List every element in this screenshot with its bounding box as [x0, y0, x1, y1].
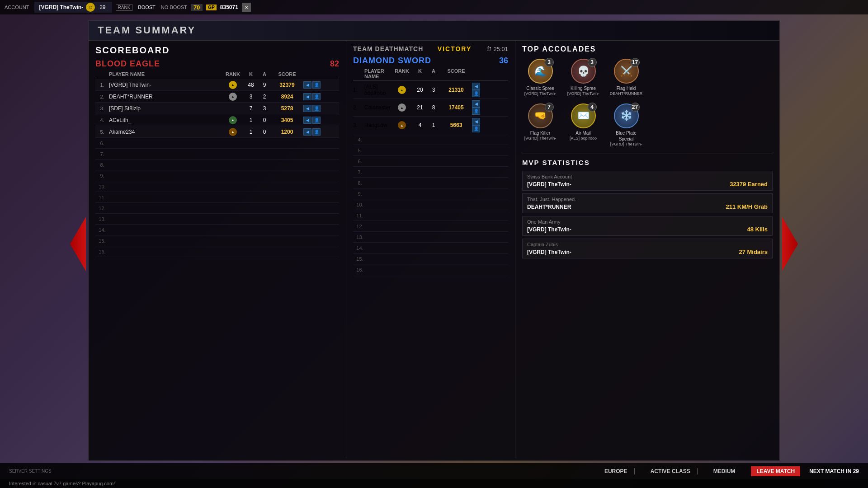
medal-icon: 🌊: [534, 66, 547, 77]
empty-row-number: 16.: [353, 267, 367, 272]
accolade-item: ✉️ 4 Air Mail [ALS] oopIrooo: [565, 103, 601, 147]
accolade-player: DEAHT*RUNNER: [610, 91, 643, 97]
table-row: 2. Colobaster ▲ 21 8 17405 ◀ 👤: [353, 99, 508, 117]
mvp-player-name: DEAHT*RUNNER: [527, 204, 571, 210]
diamond-sword-name: DIAMOND SWORD: [353, 56, 431, 66]
add-friend-button[interactable]: 👤: [312, 128, 321, 136]
col-num-mid: [353, 68, 364, 79]
player-rank-cell: ▲: [222, 128, 244, 136]
empty-row: 13.: [353, 232, 508, 243]
mute-button[interactable]: ◀: [472, 83, 480, 90]
accolades-row-1: 🌊 3 Classic Spree [VGRD] TheTwin- 💀 3 Ki…: [522, 59, 773, 97]
mute-button[interactable]: ◀: [303, 93, 311, 100]
blood-eagle-name: BLOOD EAGLE: [95, 59, 160, 69]
add-friend-button[interactable]: 👤: [312, 117, 321, 124]
kills-cell: 1: [244, 117, 258, 123]
empty-row-number: 6.: [353, 159, 367, 164]
mvp-stat-name: That. Just. Happened.: [527, 197, 768, 202]
empty-row-number: 10.: [353, 202, 367, 207]
col-score: SCORE: [271, 71, 303, 77]
gp-label: GP: [206, 5, 216, 10]
accolade-name: Blue Plate Special: [608, 130, 644, 142]
active-class-label: ACTIVE CLASS: [644, 468, 698, 474]
region-label: EUROPE: [598, 468, 635, 474]
medal-icon: 💀: [577, 66, 590, 77]
empty-row: 14.: [353, 243, 508, 253]
rank-number: 29: [99, 4, 105, 10]
rank-label: RANK: [116, 4, 133, 11]
leave-match-button[interactable]: LEAVE MATCH: [751, 466, 800, 476]
empty-row: 8.: [353, 178, 508, 188]
score-cell: 5278: [271, 105, 303, 112]
empty-row-number: 6.: [95, 141, 109, 146]
col-rank-mid: RANK: [391, 68, 413, 79]
exit-button[interactable]: ✕: [242, 3, 251, 12]
medal-count: 27: [631, 103, 640, 112]
add-friend-button[interactable]: 👤: [312, 81, 321, 89]
empty-row-number: 12.: [353, 224, 367, 229]
accolade-medal: 🌊 3: [528, 59, 553, 84]
match-type: TEAM DEATHMATCH: [353, 45, 423, 52]
medal-count: 3: [588, 58, 597, 67]
player-name: [VGRD] TheTwin-: [39, 4, 83, 10]
next-match-label: NEXT MATCH IN 29: [809, 468, 859, 474]
kills-cell: 3: [244, 94, 258, 100]
mute-button[interactable]: ◀: [303, 117, 311, 124]
assists-cell: 8: [427, 104, 440, 111]
mvp-player-line: [VGRD] TheTwin- 27 Midairs: [527, 249, 768, 255]
mute-button[interactable]: ◀: [472, 118, 480, 125]
add-friend-button[interactable]: 👤: [472, 90, 480, 97]
boost-label: BOOST: [138, 5, 156, 10]
player-name-cell: DEAHT*RUNNER: [109, 94, 222, 100]
rank-badge: ▲: [229, 116, 237, 124]
rank-badge: ▲: [398, 121, 406, 129]
mute-button[interactable]: ◀: [472, 100, 480, 108]
accolade-medal: ❄️ 27: [614, 103, 639, 128]
empty-row: 11.: [353, 210, 508, 221]
table-row: 3. HangLow ▲ 4 1 5663 ◀ 👤: [353, 117, 508, 134]
mvp-player-line: [VGRD] TheTwin- 48 Kills: [527, 226, 768, 233]
accolade-item: 🤜 7 Flag Killer [VGRD] TheTwin-: [522, 103, 558, 147]
rank-badge: ▲: [398, 103, 406, 112]
accolade-medal: 🤜 7: [528, 103, 553, 128]
diamond-sword-section: TEAM DEATHMATCH VICTORY ⏱ 25:01 DIAMOND …: [346, 41, 515, 458]
accolade-item: 🌊 3 Classic Spree [VGRD] TheTwin-: [522, 59, 558, 97]
add-friend-button[interactable]: 👤: [472, 108, 480, 115]
mvp-player-line: DEAHT*RUNNER 211 KM/H Grab: [527, 203, 768, 210]
add-friend-button[interactable]: 👤: [472, 125, 480, 132]
mvp-player-name: [VGRD] TheTwin-: [527, 226, 571, 233]
mute-button[interactable]: ◀: [303, 105, 311, 112]
accolade-name: Flag Held: [617, 85, 636, 91]
accolade-medal: 💀 3: [571, 59, 596, 84]
player-name-cell: HangLow: [364, 122, 391, 128]
server-settings-label: SERVER SETTINGS: [9, 469, 52, 474]
empty-row: 9.: [95, 170, 339, 181]
medal-icon: 🤜: [534, 110, 547, 122]
rank-icon: ⬡: [86, 3, 95, 12]
empty-row: 13.: [95, 214, 339, 225]
kills-cell: 4: [413, 122, 427, 128]
add-friend-button[interactable]: 👤: [312, 105, 321, 112]
empty-row: 16.: [353, 264, 508, 275]
mute-button[interactable]: ◀: [303, 128, 311, 136]
row-number: 1.: [353, 87, 364, 93]
empty-row-number: 16.: [95, 249, 109, 254]
col-a-mid: A: [427, 68, 440, 79]
assists-cell: 3: [258, 105, 271, 112]
medal-icon: ❄️: [620, 110, 632, 122]
mute-button[interactable]: ◀: [303, 81, 311, 89]
mvp-stat-name: Captain Zubis: [527, 242, 768, 247]
medal-icon: ✉️: [577, 110, 590, 122]
col-act1-mid: [472, 68, 490, 79]
mvp-stat-name: Swiss Bank Account: [527, 174, 768, 179]
add-friend-button[interactable]: 👤: [312, 93, 321, 100]
assists-cell: 0: [258, 117, 271, 123]
medal-count: 17: [631, 58, 640, 67]
mvp-stats: Swiss Bank Account [VGRD] TheTwin- 32379…: [522, 171, 773, 258]
player-name-cell: [ALS] oopIrooo: [364, 84, 391, 96]
empty-row: 9.: [353, 188, 508, 199]
empty-row-number: 15.: [95, 238, 109, 244]
score-cell: 1200: [271, 129, 303, 135]
row-number: 3.: [353, 122, 364, 128]
empty-row-number: 7.: [353, 169, 367, 175]
